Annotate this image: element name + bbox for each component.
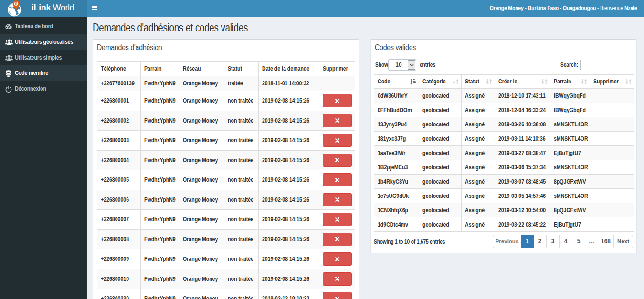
svg-text:$: $ bbox=[15, 1, 17, 6]
